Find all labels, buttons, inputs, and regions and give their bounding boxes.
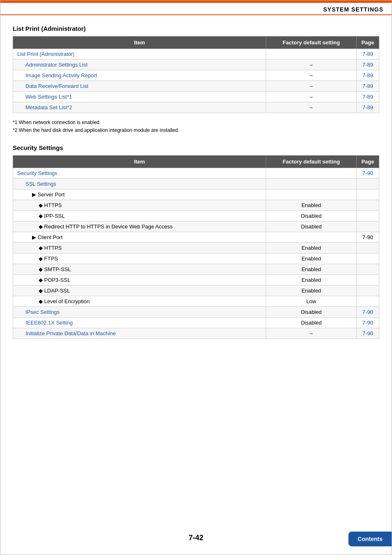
table-row: ◆ Redirect HTTP to HTTPS in Device Web P…: [13, 221, 379, 232]
page-footer: 7-42: [0, 534, 392, 542]
item-cell: ◆ Redirect HTTP to HTTPS in Device Web P…: [13, 221, 266, 232]
item-cell: ◆ LDAP-SSL: [13, 286, 266, 296]
factory-cell: Disabled: [266, 221, 357, 232]
item-cell: ◆ HTTPS: [13, 200, 266, 211]
item-cell: ◆ POP3-SSL: [13, 275, 266, 286]
table-row: ◆ IPP-SSLDisabled: [13, 211, 379, 221]
section2-heading: Security Settings: [13, 144, 379, 151]
col-header-page: Page: [357, 37, 379, 49]
table-row: ◆ POP3-SSLEnabled: [13, 275, 379, 286]
table-row: IPsec SettingsDisabled7-90: [13, 307, 379, 318]
factory-cell: [266, 189, 357, 200]
col2-header-item: Item: [13, 156, 266, 168]
page-cell[interactable]: 7-89: [357, 81, 379, 92]
section2-table: Item Factory default setting Page Securi…: [13, 155, 379, 339]
item-cell: ◆ IPP-SSL: [13, 211, 266, 221]
item-cell[interactable]: IEEE802.1X Setting: [13, 318, 266, 328]
factory-cell: –: [266, 81, 357, 92]
page-cell: 7-90: [357, 232, 379, 243]
table-row: ▶ Client Port7-90: [13, 232, 379, 243]
table-row: ▶ Server Port: [13, 189, 379, 200]
factory-cell: Enabled: [266, 243, 357, 253]
table-row: ◆ SMTP-SSLEnabled: [13, 264, 379, 275]
factory-cell: Enabled: [266, 286, 357, 296]
page-cell: [357, 221, 379, 232]
factory-cell: –: [266, 70, 357, 81]
page-cell: [357, 264, 379, 275]
factory-cell: –: [266, 102, 357, 113]
footnote-1: *1 When network connection is enabled.: [13, 119, 379, 127]
table-row: ◆ FTPSEnabled: [13, 253, 379, 264]
page-cell[interactable]: 7-90: [357, 307, 379, 318]
item-cell: ◆ Level of Encryption: [13, 296, 266, 307]
page-cell[interactable]: 7-89: [357, 60, 379, 70]
item-cell[interactable]: Metadata Set List*2: [13, 102, 266, 113]
page-cell: [357, 253, 379, 264]
item-cell[interactable]: SSL Settings: [13, 179, 266, 189]
factory-cell: [266, 179, 357, 189]
factory-cell: Enabled: [266, 264, 357, 275]
item-cell: ◆ SMTP-SSL: [13, 264, 266, 275]
page-cell: [357, 189, 379, 200]
factory-cell: [266, 232, 357, 243]
page-title: SYSTEM SETTINGS: [323, 6, 383, 13]
factory-cell: Enabled: [266, 200, 357, 211]
table-row: Metadata Set List*2–7-89: [13, 102, 379, 113]
table-row: Security Settings7-90: [13, 168, 379, 179]
col2-header-factory: Factory default setting: [266, 156, 357, 168]
table-row: Data Receive/Forward List–7-89: [13, 81, 379, 92]
page-cell[interactable]: 7-90: [357, 168, 379, 179]
table-row: List Print (Administrator)7-89: [13, 49, 379, 60]
item-cell: ▶ Server Port: [13, 189, 266, 200]
page-cell: [357, 200, 379, 211]
page-cell: [357, 296, 379, 307]
table-row: Web Settings List*1–7-89: [13, 92, 379, 102]
factory-cell: Enabled: [266, 253, 357, 264]
col-header-item: Item: [13, 37, 266, 49]
page-cell[interactable]: 7-90: [357, 318, 379, 328]
page-cell[interactable]: 7-89: [357, 92, 379, 102]
page-cell: [357, 179, 379, 189]
factory-cell: Disabled: [266, 307, 357, 318]
factory-cell: [266, 49, 357, 60]
page-cell: [357, 275, 379, 286]
col2-header-page: Page: [357, 156, 379, 168]
page-cell[interactable]: 7-90: [357, 328, 379, 339]
page-cell: [357, 211, 379, 221]
page-cell[interactable]: 7-89: [357, 102, 379, 113]
item-cell: ▶ Client Port: [13, 232, 266, 243]
page-cell: [357, 286, 379, 296]
factory-cell: –: [266, 60, 357, 70]
factory-cell: Low: [266, 296, 357, 307]
table-row: Image Sending Activity Report–7-89: [13, 70, 379, 81]
factory-cell: –: [266, 92, 357, 102]
item-cell[interactable]: Initialize Private Data/Data in Machine: [13, 328, 266, 339]
section1-table: Item Factory default setting Page List P…: [13, 36, 379, 113]
factory-cell: Disabled: [266, 318, 357, 328]
item-cell[interactable]: IPsec Settings: [13, 307, 266, 318]
table-row: Initialize Private Data/Data in Machine–…: [13, 328, 379, 339]
factory-cell: –: [266, 328, 357, 339]
page-cell[interactable]: 7-89: [357, 49, 379, 60]
contents-button[interactable]: Contents: [348, 532, 392, 546]
page-header: SYSTEM SETTINGS: [0, 3, 392, 15]
item-cell[interactable]: Image Sending Activity Report: [13, 70, 266, 81]
page-number: 7-42: [189, 534, 203, 542]
item-cell[interactable]: List Print (Administrator): [13, 49, 266, 60]
factory-cell: [266, 168, 357, 179]
item-cell[interactable]: Administrator Settings List: [13, 60, 266, 70]
table-row: Administrator Settings List–7-89: [13, 60, 379, 70]
item-cell[interactable]: Security Settings: [13, 168, 266, 179]
item-cell: ◆ HTTPS: [13, 243, 266, 253]
page-cell[interactable]: 7-89: [357, 70, 379, 81]
table-row: ◆ Level of EncryptionLow: [13, 296, 379, 307]
factory-cell: Disabled: [266, 211, 357, 221]
section1-heading: List Print (Administrator): [13, 25, 379, 32]
factory-cell: Enabled: [266, 275, 357, 286]
item-cell[interactable]: Web Settings List*1: [13, 92, 266, 102]
item-cell[interactable]: Data Receive/Forward List: [13, 81, 266, 92]
section1-footnotes: *1 When network connection is enabled. *…: [13, 119, 379, 134]
col-header-factory: Factory default setting: [266, 37, 357, 49]
table-row: IEEE802.1X SettingDisabled7-90: [13, 318, 379, 328]
item-cell: ◆ FTPS: [13, 253, 266, 264]
